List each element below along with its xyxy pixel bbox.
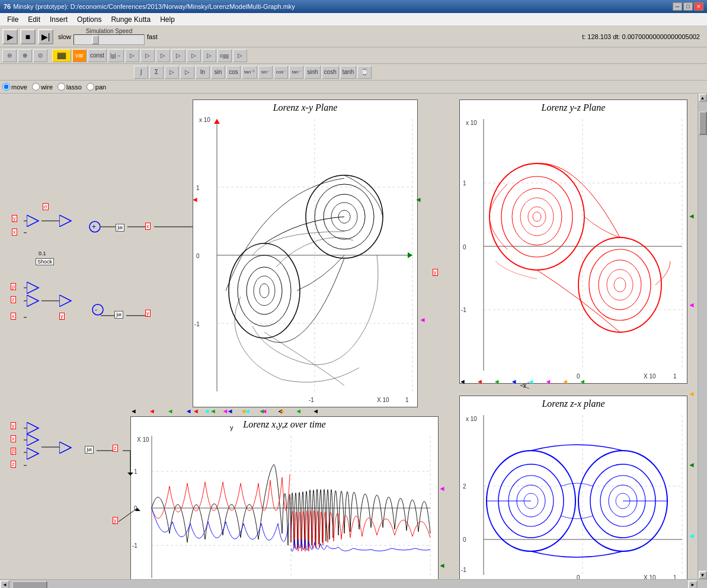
minimize-button[interactable]: ─ (673, 2, 682, 11)
cgg-button[interactable]: cgg (217, 49, 232, 62)
output-x-top: x (145, 223, 151, 230)
zoom-out-button[interactable]: ⊖ (2, 49, 17, 62)
op-btn-4[interactable]: ▷ (171, 49, 185, 62)
integral-button[interactable]: ∫ (134, 66, 148, 79)
speed-slider[interactable] (73, 34, 145, 45)
triangle-mid-1 (27, 282, 41, 294)
mode-pan[interactable]: pan (87, 83, 106, 91)
var-y-yz: y (433, 269, 438, 276)
indicators-yz-right: ◄ (688, 212, 695, 220)
cosh-button[interactable]: cosh (322, 66, 339, 79)
step-button[interactable]: ▶| (38, 29, 53, 44)
svg-point-18 (254, 276, 275, 306)
scroll-up-button[interactable]: ▲ (699, 94, 707, 102)
svg-text:-1: -1 (309, 397, 314, 403)
main-canvas[interactable]: ▲ ▼ Lorenz x-y Plane 1 0 -1 -1 1 x 10 X … (0, 94, 707, 579)
op-btn-6[interactable]: ▷ (202, 49, 216, 62)
maximize-button[interactable]: □ (683, 2, 693, 11)
svg-text:X 10: X 10 (137, 436, 149, 443)
vertical-scrollbar[interactable]: ▲ ▼ (698, 94, 707, 579)
op-btn-7[interactable]: ▷ (233, 49, 247, 62)
tanh-button[interactable]: tanh (340, 66, 356, 79)
menu-help[interactable]: Help (155, 14, 180, 25)
menu-file[interactable]: File (2, 14, 23, 25)
var-sigma: σ (43, 203, 49, 210)
scroll-right-button[interactable]: ► (688, 580, 698, 589)
fn-btn-2[interactable]: ▷ (180, 66, 194, 79)
x-arrow-yz (520, 380, 532, 391)
menu-edit[interactable]: Edit (23, 14, 45, 25)
sigma-button[interactable]: Σ (149, 66, 164, 79)
var-y-top: y (12, 215, 17, 222)
stop-button[interactable]: ■ (20, 29, 36, 44)
svg-text:-1: -1 (461, 567, 466, 573)
svg-point-19 (260, 284, 269, 298)
svg-text:0: 0 (463, 536, 466, 543)
var-z-bot: z (11, 461, 16, 468)
svg-text:0: 0 (577, 574, 580, 579)
tan-inv2-button[interactable]: tan⁻ (289, 66, 303, 79)
var-x-mid: x (11, 313, 16, 320)
close-button[interactable]: ✕ (694, 2, 703, 11)
ln-button[interactable]: ln (196, 66, 210, 79)
titlebar-controls[interactable]: ─ □ ✕ (673, 2, 703, 11)
shock-value: 0.1 (39, 250, 46, 256)
svg-point-44 (578, 237, 661, 332)
zoom-in-button[interactable]: ⊕ (18, 49, 32, 62)
menu-runge-kutta[interactable]: Runge Kutta (106, 14, 155, 25)
speed-thumb[interactable] (92, 35, 99, 44)
title-left: 76 Minsky (prototype): D:/economic/Confe… (4, 3, 295, 10)
histogram-button[interactable]: ▓▓ (52, 49, 71, 62)
graph-zx-title: Lorenz z-x plane (460, 399, 687, 409)
svg-text:0: 0 (463, 244, 466, 250)
op-btn-2[interactable]: ▷ (140, 49, 155, 62)
h-scroll-thumb[interactable] (12, 581, 47, 589)
subtractor-mid: - (92, 304, 104, 316)
triangle-mid-2 (27, 295, 41, 307)
title-bar: 76 Minsky (prototype): D:/economic/Confe… (0, 0, 707, 13)
int-block-mid: ∫dt (114, 311, 123, 319)
cos-button[interactable]: cos (226, 66, 241, 79)
svg-marker-90 (27, 295, 39, 307)
scroll-thumb[interactable] (699, 111, 707, 135)
fn-btn-1[interactable]: ▷ (165, 66, 179, 79)
svg-text:-1: -1 (132, 542, 137, 549)
indicators-yz-right2: ◄ (688, 301, 695, 309)
sin-inv-button[interactable]: sin⁻ (258, 66, 273, 79)
tan-inv-button[interactable]: tan⁻¹ (242, 66, 257, 79)
menu-insert[interactable]: Insert (45, 14, 72, 25)
horizontal-scrollbar[interactable]: ◄ ► (0, 579, 707, 588)
triangle-top-2 (59, 215, 74, 227)
sin-button[interactable]: sin (211, 66, 225, 79)
indicators-time-right2: ◄ (439, 561, 446, 570)
y-label-xy: y (230, 424, 233, 431)
op-btn-1[interactable]: ▷ (125, 49, 139, 62)
scroll-down-button[interactable]: ▼ (699, 571, 707, 579)
svg-text:-1: -1 (461, 307, 466, 313)
abs-button[interactable]: |g|→ (108, 49, 124, 62)
graph-time: Lorenz x,y,z over time 1 0 -1 0 1 X 10 x… (130, 416, 439, 579)
cos-inv-button[interactable]: cos⁻ (274, 66, 288, 79)
svg-marker-84 (27, 215, 39, 227)
indicators-zx-right2: ◄ (688, 532, 695, 540)
svg-line-98 (520, 383, 529, 385)
mode-lasso[interactable]: lasso (57, 83, 82, 91)
clock-button[interactable]: ⌚ (357, 66, 372, 79)
mode-move[interactable]: move (2, 83, 27, 91)
const-button[interactable]: const (88, 49, 107, 62)
scroll-left-button[interactable]: ◄ (0, 580, 9, 589)
sinh-button[interactable]: sinh (305, 66, 320, 79)
play-button[interactable]: ▶ (2, 29, 18, 44)
mode-wire[interactable]: wire (32, 83, 53, 91)
indicators-xy-bottom: ◄ ◄ ◄ ◄ ◄ ◄ ◄ ◄ (193, 407, 319, 415)
op-btn-5[interactable]: ▷ (187, 49, 201, 62)
svg-text:x 10: x 10 (199, 117, 210, 123)
graph-time-title: Lorenz x,y,z over time (131, 419, 438, 430)
zoom-reset-button[interactable]: ⊙ (33, 49, 47, 62)
menu-options[interactable]: Options (72, 14, 106, 25)
svg-point-92 (92, 304, 103, 315)
menu-bar: File Edit Insert Options Runge Kutta Hel… (0, 13, 707, 26)
op-btn-3[interactable]: ▷ (156, 49, 170, 62)
svg-text:0: 0 (196, 253, 200, 259)
var-button[interactable]: var (72, 49, 87, 62)
